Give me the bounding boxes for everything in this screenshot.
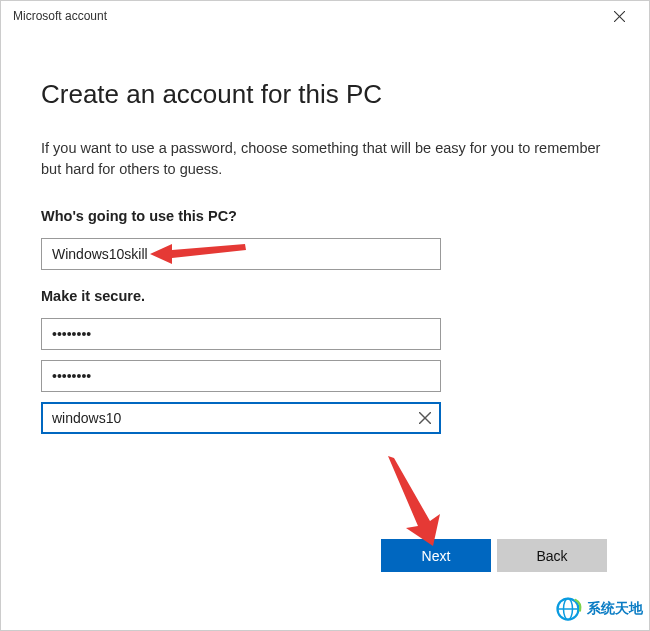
username-input[interactable]	[41, 238, 441, 270]
svg-marker-5	[388, 456, 440, 546]
password-confirm-field-container	[41, 360, 441, 392]
window-title: Microsoft account	[11, 9, 107, 23]
watermark-text: 系统天地	[587, 600, 643, 618]
globe-icon	[553, 594, 583, 624]
hint-field-container	[41, 402, 441, 434]
password-hint-input[interactable]	[41, 402, 441, 434]
clear-icon	[419, 412, 431, 424]
window-titlebar: Microsoft account	[1, 1, 649, 31]
password-input[interactable]	[41, 318, 441, 350]
password-confirm-input[interactable]	[41, 360, 441, 392]
password-field-container	[41, 318, 441, 350]
annotation-arrow-2	[378, 456, 448, 546]
username-section-label: Who's going to use this PC?	[41, 208, 609, 224]
password-section-label: Make it secure.	[41, 288, 609, 304]
main-content: Create an account for this PC If you wan…	[1, 31, 649, 434]
close-button[interactable]	[599, 2, 639, 30]
button-row: Next Back	[381, 539, 607, 572]
back-button[interactable]: Back	[497, 539, 607, 572]
page-title: Create an account for this PC	[41, 79, 609, 110]
clear-hint-button[interactable]	[415, 408, 435, 428]
username-field-container	[41, 238, 441, 270]
close-icon	[614, 11, 625, 22]
page-description: If you want to use a password, choose so…	[41, 138, 601, 180]
next-button[interactable]: Next	[381, 539, 491, 572]
watermark: 系统天地	[553, 594, 643, 624]
